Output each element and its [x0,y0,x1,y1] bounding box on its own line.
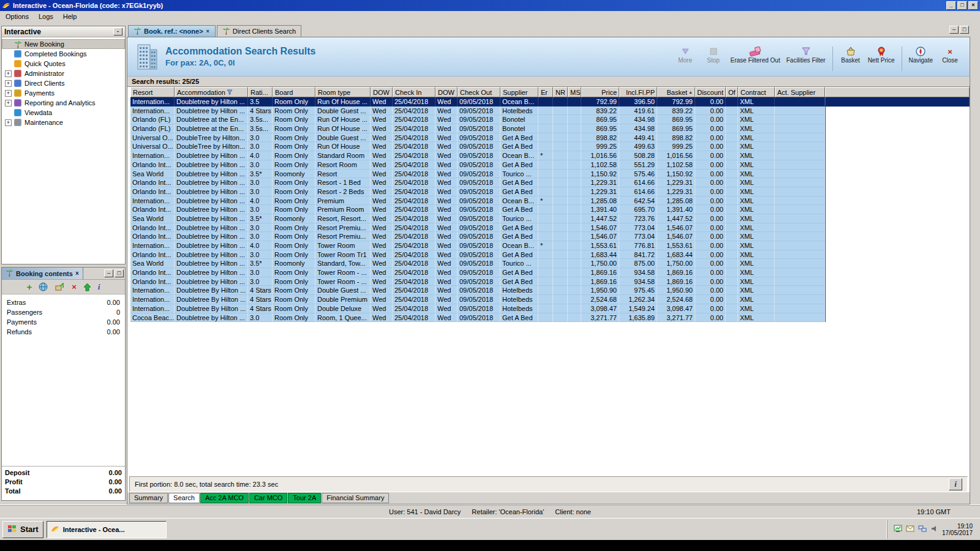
result-row[interactable]: Orlando Int...Doubletree by Hilton ...3.… [130,277,970,287]
sidebar-item-administrator[interactable]: +Administrator [2,69,125,78]
column-header-room-type[interactable]: Room type [315,87,371,97]
column-header-nr[interactable]: NR [553,87,568,97]
column-header-dow[interactable]: DOW [435,87,458,97]
collapse-panel-button[interactable]: - [113,28,123,36]
column-header-incl-fl-pp[interactable]: Incl.Fl.PP [619,87,657,97]
close-button[interactable]: × [968,1,978,10]
panel-maximize-button[interactable]: □ [115,269,124,277]
world-icon[interactable] [39,282,48,292]
navigate-button[interactable]: Navigate [907,45,935,64]
result-row[interactable]: Orlando Int...Doubletree by Hilton ...3.… [130,232,970,241]
expand-icon[interactable]: + [5,100,12,107]
nett-price-button[interactable]: Nett Price [865,45,897,64]
result-row[interactable]: Orlando Int...Doubletree by Hilton ...3.… [130,160,970,170]
menu-options[interactable]: Options [1,12,34,21]
result-row[interactable]: Orlando Int...Doubletree by Hilton ...3.… [130,178,970,187]
column-header-board[interactable]: Board [273,87,315,97]
tab-direct-clients-search[interactable]: Direct Clients Search [217,25,301,37]
start-button[interactable]: Start [2,521,43,538]
result-row[interactable]: Internation...Doubletree by Hilton ...3.… [130,97,970,107]
menu-help[interactable]: Help [58,12,82,21]
booking-contents-row[interactable]: Payments0.00 [4,317,123,327]
tab-book-ref-none[interactable]: Book. ref.: <none>× [128,25,216,37]
network-tray-icon[interactable] [918,525,927,534]
column-header-price[interactable]: Price [581,87,619,97]
column-header-of[interactable]: Of [726,87,738,97]
sidebar-item-payments[interactable]: +Payments [2,88,125,98]
close-button[interactable]: ×Close [937,45,963,64]
mail-tray-icon[interactable] [906,525,914,533]
sidebar-item-quick-quotes[interactable]: +Quick Quotes [2,59,125,69]
column-header-check-out[interactable]: Check Out [458,87,500,97]
result-row[interactable]: Orlando Int...Doubletree by Hilton ...3.… [130,187,970,197]
result-row[interactable]: Orlando Int...Doubletree by Hilton ...3.… [130,268,970,277]
up-icon[interactable] [83,282,91,292]
bottom-tab-financial-summary[interactable]: Financial Summary [322,493,389,503]
close-panel-icon[interactable]: × [75,270,79,277]
result-row[interactable]: Internation...Doubletree By Hilton ...4 … [130,286,970,295]
result-row[interactable]: Orlando Int...Doubletree by Hilton ...3.… [130,223,970,233]
child-minimize-button[interactable]: – [949,26,959,34]
result-row[interactable]: Internation...Doubletree by Hilton ...4.… [130,241,970,250]
result-row[interactable]: Orlando (FL)Doubletree at the En...3.5s.… [130,115,970,124]
result-row[interactable]: Orlando Int...Doubletree by Hilton ...3.… [130,250,970,260]
bottom-tab-car-mco[interactable]: Car MCO [249,493,287,503]
expand-icon[interactable]: + [5,70,12,77]
column-header-ms[interactable]: MS [568,87,581,97]
basket-button[interactable]: Basket [837,45,864,64]
result-row[interactable]: Sea WorldDoubletree by Hilton ...3.5*Roo… [130,170,970,179]
panel-minimize-button[interactable]: – [104,269,113,277]
facilities-filter-button[interactable]: Facilities Filter [784,45,828,64]
erase-filtered-out-button[interactable]: Erase Filtered Out [728,45,783,64]
booking-contents-row[interactable]: Extras0.00 [4,298,123,307]
booking-contents-row[interactable]: Refunds0.00 [4,327,123,337]
result-row[interactable]: Internation...Doubletree By Hilton ...4 … [130,304,970,313]
volume-tray-icon[interactable] [930,525,938,534]
result-row[interactable]: Cocoa Beac...Doubletree by Hilton ...3.0… [130,313,970,323]
column-header-check-in[interactable]: Check In [393,87,435,97]
menu-logs[interactable]: Logs [34,12,58,21]
result-row[interactable]: Sea WorldDoubletree by Hilton ...3.5*Roo… [130,214,970,223]
info-icon[interactable]: i [98,282,100,292]
column-header-rati[interactable]: Rati... [248,87,273,97]
result-row[interactable]: Universal O...DoubleTree by Hilton...3.0… [130,133,970,143]
result-row[interactable]: Internation...Doubletree by Hilton ...4 … [130,107,970,116]
child-restore-button[interactable]: □ [960,26,969,34]
info-button[interactable]: i [949,478,962,490]
result-row[interactable]: Sea WorldDoubletree by Hilton ...3.5*Roo… [130,259,970,268]
result-row[interactable]: Universal O...DoubleTree by Hilton...3.0… [130,142,970,151]
column-header-act-supplier[interactable]: Act. Supplier [775,87,825,97]
sidebar-item-maintenance[interactable]: +Maintenance [2,118,125,127]
chart-tray-icon[interactable] [894,525,902,534]
minimize-button[interactable]: _ [946,1,956,10]
bottom-tab-search[interactable]: Search [168,493,200,503]
column-header-dow[interactable]: DOW [371,87,393,97]
export-icon[interactable] [55,282,65,292]
bottom-tab-tour-2a[interactable]: Tour 2A [288,493,321,503]
column-header-resort[interactable]: Resort [130,87,175,97]
result-row[interactable]: Internation...Doubletree by Hilton ...4.… [130,151,970,160]
booking-contents-tab[interactable]: Booking contents × [2,268,83,279]
delete-icon[interactable]: × [72,282,77,292]
column-header-er[interactable]: Er [538,87,553,97]
booking-contents-row[interactable]: Passengers0 [4,307,123,317]
result-row[interactable]: Internation...Doubletree By Hilton ...4 … [130,295,970,304]
bottom-tab-acc-2a-mco[interactable]: Acc 2A MCO [200,493,249,503]
sidebar-item-reporting-and-analytics[interactable]: +Reporting and Analytics [2,98,125,108]
result-row[interactable]: Orlando Int...Doubletree by Hilton ...3.… [130,205,970,214]
sidebar-item-new-booking[interactable]: +New Booking [2,39,125,49]
taskbar-task-button[interactable]: Interactive - Ocea... [47,521,167,538]
sidebar-item-viewdata[interactable]: +Viewdata [2,108,125,118]
result-row[interactable]: Orlando (FL)Doubletree at the En...3.5s.… [130,124,970,133]
column-header-discount[interactable]: Discount [695,87,726,97]
bottom-tab-summary[interactable]: Summary [129,493,168,503]
column-header-accommodation[interactable]: Accommodation [175,87,248,97]
expand-icon[interactable]: + [5,90,12,97]
sidebar-item-direct-clients[interactable]: +Direct Clients [2,78,125,88]
column-header-supplier[interactable]: Supplier [500,87,538,97]
expand-icon[interactable]: + [5,119,12,126]
column-header-basket[interactable]: Basket▲ [657,87,695,97]
close-tab-icon[interactable]: × [206,28,210,34]
expand-icon[interactable]: + [5,80,12,87]
result-row[interactable]: Internation...Doubletree by Hilton ...4.… [130,197,970,206]
